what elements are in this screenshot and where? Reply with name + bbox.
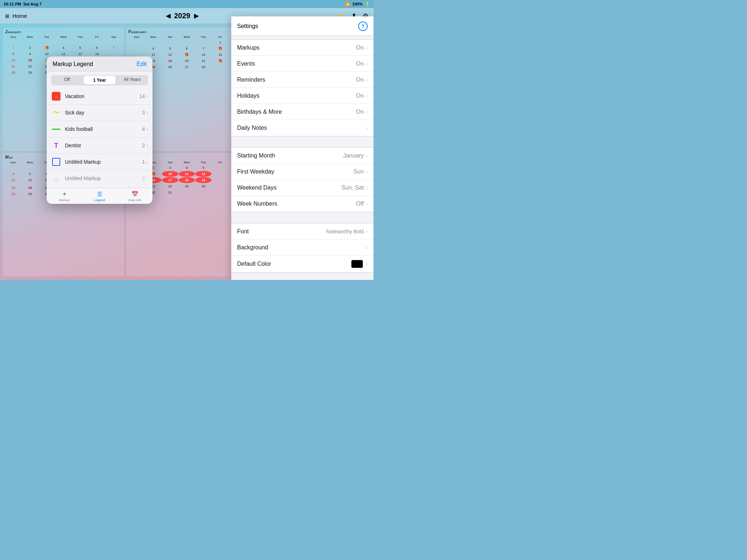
font-value: Noteworthy Bold [326,229,364,234]
sickday-icon: 〜 [51,108,61,118]
year-label: 2029 [174,12,190,20]
settings-reminders-row[interactable]: Reminders On › [231,72,374,88]
settings-section-calendar: Starting Month January › First Weekday S… [231,147,374,212]
dentist-chevron: › [146,143,148,148]
reminders-label: Reminders [237,77,356,83]
status-time: 10:11 PM [4,2,21,6]
dateinfo-tab-label: Date Info [128,198,142,202]
dentist-icon: T [51,140,61,151]
home-label[interactable]: Home [12,13,27,19]
background-label: Background [237,244,366,251]
settings-firstweekday-row[interactable]: First Weekday Sun › [231,164,374,180]
sickday-chevron: › [146,110,148,116]
settings-background-row[interactable]: Background › [231,240,374,256]
battery-icon: 🔋 [365,2,370,7]
font-label: Font [237,228,326,235]
status-right: 📶 100% 🔋 [345,2,370,7]
untitled1-chevron: › [146,159,148,165]
markup-legend-popup: Markup Legend Edit Off 1 Year All Years … [47,57,152,204]
markups-label: Markups [237,44,356,51]
segment-allyears[interactable]: All Years [116,75,148,85]
vacation-count: 14 [139,93,145,99]
segment-off[interactable]: Off [51,75,83,85]
markups-value: On [356,44,364,51]
settings-panel: Settings ? Markups On › Events On › Remi… [231,16,374,280]
weeknumbers-label: Week Numbers [237,201,356,207]
untitled2-icon: △ [51,173,61,183]
settings-help-button[interactable]: ? [358,22,368,31]
month-title-january: January [5,29,122,34]
home-grid-icon: ⊞ [5,13,9,19]
tab-legend[interactable]: ☰ Legend [82,188,117,204]
reminders-value: On [356,77,364,83]
firstweekday-chevron: › [366,169,368,175]
holidays-label: Holidays [237,93,356,99]
legend-segmented-control[interactable]: Off 1 Year All Years [51,75,148,85]
birthdays-label: Birthdays & More [237,109,356,115]
legend-item-vacation[interactable]: 🍁 Vacation 14 › [48,88,151,105]
dailynotes-chevron: › [366,125,368,131]
markup-tab-icon: ✦ [62,191,67,198]
events-label: Events [237,61,356,67]
sickday-count: 3 [142,110,145,116]
events-chevron: › [366,61,368,67]
weekenddays-value: Sun, Sat [341,184,364,191]
holidays-chevron: › [366,93,368,99]
battery-level: 100% [352,2,363,6]
untitled1-label: Untitled Markup [65,159,142,165]
settings-dailynotes-row[interactable]: Daily Notes › [231,120,374,136]
month-title-february: February [128,29,245,34]
weeknumbers-value: Off [356,201,364,207]
football-icon [51,124,61,134]
year-next-button[interactable]: ▶ [194,12,198,19]
settings-events-row[interactable]: Events On › [231,56,374,72]
settings-startmonth-row[interactable]: Starting Month January › [231,148,374,164]
font-chevron: › [366,229,368,234]
untitled1-count: 1 [142,159,145,165]
startmonth-label: Starting Month [237,152,343,159]
settings-weeknumbers-row[interactable]: Week Numbers Off › [231,196,374,212]
settings-section-overlays: Markups On › Events On › Reminders On › … [231,39,374,136]
legend-tab-icon: ☰ [97,191,102,198]
defaultcolor-swatch [351,260,363,268]
defaultcolor-chevron: › [366,261,368,267]
vacation-icon: 🍁 [51,91,61,101]
segment-1year[interactable]: 1 Year [84,76,115,85]
dentist-label: Dentist [65,143,142,148]
settings-markups-row[interactable]: Markups On › [231,40,374,56]
legend-item-untitled1[interactable]: Untitled Markup 1 › [48,154,151,170]
markups-chevron: › [366,45,368,51]
settings-holidays-row[interactable]: Holidays On › [231,88,374,104]
dailynotes-label: Daily Notes [237,125,366,131]
reminders-chevron: › [366,77,368,83]
settings-defaultcolor-row[interactable]: Default Color › [231,256,374,272]
dentist-count: 2 [142,143,145,148]
legend-header: Markup Legend Edit [47,57,152,71]
legend-tab-bar: ✦ Markup ☰ Legend 📅 Date Info [47,188,152,204]
legend-tab-label: Legend [94,198,105,202]
legend-item-untitled2[interactable]: △ Untitled Markup 2 › [48,170,151,186]
firstweekday-value: Sun [353,168,364,175]
defaultcolor-label: Default Color [237,261,351,267]
settings-birthdays-row[interactable]: Birthdays & More On › [231,104,374,120]
birthdays-value: On [356,109,364,115]
firstweekday-label: First Weekday [237,168,353,175]
vacation-label: Vacation [65,93,139,99]
legend-list: 🍁 Vacation 14 › 〜 Sick day 3 › Kids foot… [47,88,152,188]
legend-item-football[interactable]: Kids football 4 › [48,121,151,137]
tab-markup[interactable]: ✦ Markup [47,188,82,204]
tab-dateinfo[interactable]: 📅 Date Info [117,188,152,204]
weeknumbers-chevron: › [366,201,368,207]
startmonth-chevron: › [366,153,368,159]
settings-header: Settings ? [231,16,374,36]
settings-weekenddays-row[interactable]: Weekend Days Sun, Sat › [231,180,374,196]
settings-font-row[interactable]: Font Noteworthy Bold › [231,223,374,240]
startmonth-value: January [343,152,364,159]
weekenddays-chevron: › [366,185,368,191]
legend-title: Markup Legend [53,61,93,67]
legend-item-dentist[interactable]: T Dentist 2 › [48,137,151,154]
legend-edit-button[interactable]: Edit [136,61,147,67]
wifi-icon: 📶 [345,2,350,7]
legend-item-sickday[interactable]: 〜 Sick day 3 › [48,105,151,121]
year-prev-button[interactable]: ◀ [166,12,170,19]
